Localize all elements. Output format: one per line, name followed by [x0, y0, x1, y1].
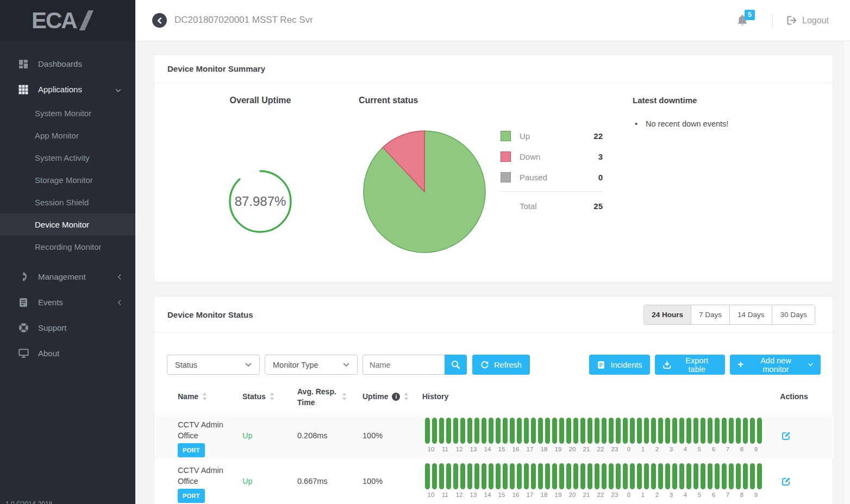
monitor-name-cell[interactable]: CCTV Admin OfficePORT [178, 419, 243, 457]
history-bar-up[interactable] [672, 418, 677, 444]
range-button-30-days[interactable]: 30 Days [772, 305, 815, 324]
history-bar-up[interactable] [658, 418, 663, 444]
history-bar-up[interactable] [693, 418, 698, 444]
history-bar-up[interactable] [743, 463, 748, 489]
history-bar-up[interactable] [474, 418, 479, 444]
history-bar-up[interactable] [439, 463, 444, 489]
column-header-name[interactable]: Name [178, 392, 207, 401]
history-bar-up[interactable] [453, 418, 458, 444]
history-bar-up[interactable] [658, 463, 663, 489]
monitor-name-cell[interactable]: CCTV Admin OfficePORT [178, 465, 243, 503]
history-bar-up[interactable] [630, 418, 635, 444]
history-bar-up[interactable] [538, 463, 543, 489]
sidebar-item-recording-monitor[interactable]: Recording Monitor [0, 236, 135, 258]
history-bar-up[interactable] [609, 463, 614, 489]
history-bar-up[interactable] [651, 463, 656, 489]
history-bar-up[interactable] [616, 418, 621, 444]
history-bar-up[interactable] [580, 463, 585, 489]
sidebar-item-about[interactable]: About [0, 341, 135, 366]
history-bar-up[interactable] [644, 418, 649, 444]
history-bar-up[interactable] [453, 463, 458, 489]
history-bar-up[interactable] [722, 418, 727, 444]
history-bar-up[interactable] [722, 463, 727, 489]
history-bar-up[interactable] [757, 463, 762, 489]
history-bar-up[interactable] [729, 463, 734, 489]
history-bar-up[interactable] [637, 463, 642, 489]
history-bar-up[interactable] [531, 418, 536, 444]
history-bar-up[interactable] [588, 463, 592, 489]
sidebar-item-dashboards[interactable]: Dashboards [0, 51, 135, 77]
history-bar-up[interactable] [446, 418, 451, 444]
history-bar-up[interactable] [665, 418, 670, 444]
history-bar-up[interactable] [644, 463, 649, 489]
history-bar-up[interactable] [715, 463, 720, 489]
history-bar-up[interactable] [552, 418, 557, 444]
export-table-button[interactable]: Export table [655, 355, 725, 375]
add-new-monitor-button[interactable]: + Add new monitor [730, 355, 821, 375]
history-bar-up[interactable] [595, 463, 599, 489]
sidebar-item-session-shield[interactable]: Session Shield [0, 191, 135, 213]
history-bar-up[interactable] [736, 463, 741, 489]
history-bar-up[interactable] [510, 418, 515, 444]
monitor-type-filter-select[interactable]: Monitor Type [265, 355, 358, 375]
history-bar-up[interactable] [693, 463, 698, 489]
back-button[interactable] [152, 13, 167, 28]
history-bar-up[interactable] [503, 463, 508, 489]
history-bar-up[interactable] [467, 463, 472, 489]
history-bar-up[interactable] [701, 463, 705, 489]
history-bar-up[interactable] [602, 463, 607, 489]
history-bar-up[interactable] [531, 463, 536, 489]
sidebar-item-storage-monitor[interactable]: Storage Monitor [0, 169, 135, 191]
history-bar-up[interactable] [559, 418, 564, 444]
history-bar-up[interactable] [588, 418, 592, 444]
history-bar-up[interactable] [489, 463, 493, 489]
history-bar-up[interactable] [425, 418, 430, 444]
history-bar-up[interactable] [679, 418, 684, 444]
range-button-24-hours[interactable]: 24 Hours [644, 305, 691, 324]
range-button-7-days[interactable]: 7 Days [691, 305, 729, 324]
sidebar-item-app-monitor[interactable]: App Monitor [0, 124, 135, 147]
history-bar-up[interactable] [524, 418, 529, 444]
history-bar-up[interactable] [715, 418, 720, 444]
history-bar-up[interactable] [460, 463, 465, 489]
history-bar-up[interactable] [552, 463, 557, 489]
column-header-uptime[interactable]: Uptimei [362, 392, 409, 401]
history-bar-up[interactable] [602, 418, 607, 444]
history-bar-up[interactable] [460, 418, 465, 444]
history-bar-up[interactable] [651, 418, 656, 444]
history-bar-up[interactable] [686, 418, 691, 444]
history-bar-up[interactable] [489, 418, 493, 444]
history-bar-up[interactable] [665, 463, 670, 489]
edit-monitor-button[interactable] [780, 476, 792, 488]
sidebar-item-device-monitor[interactable]: Device Monitor [0, 213, 135, 236]
logout-button[interactable]: Logout [786, 15, 829, 26]
history-bar-up[interactable] [474, 463, 479, 489]
history-bar-up[interactable] [425, 463, 430, 489]
history-bar-up[interactable] [757, 418, 762, 444]
history-bar-up[interactable] [559, 463, 564, 489]
sidebar-item-system-activity[interactable]: System Activity [0, 147, 135, 169]
notifications-button[interactable]: 5 [736, 14, 749, 28]
edit-monitor-button[interactable] [780, 430, 792, 442]
history-bar-up[interactable] [736, 418, 741, 444]
sidebar-item-events[interactable]: Events [0, 289, 135, 315]
name-search-input[interactable] [362, 355, 445, 375]
history-bar-up[interactable] [750, 463, 755, 489]
history-bar-up[interactable] [510, 463, 515, 489]
history-bar-up[interactable] [595, 418, 599, 444]
history-bar-up[interactable] [708, 418, 712, 444]
history-bar-up[interactable] [467, 418, 472, 444]
history-bar-up[interactable] [517, 463, 522, 489]
history-bar-up[interactable] [623, 463, 628, 489]
info-icon[interactable]: i [392, 393, 400, 401]
sidebar-item-applications[interactable]: Applications [0, 77, 135, 102]
history-bar-up[interactable] [446, 463, 451, 489]
history-bar-up[interactable] [743, 418, 748, 444]
history-bar-up[interactable] [580, 418, 585, 444]
history-bar-up[interactable] [482, 418, 486, 444]
history-bar-up[interactable] [701, 418, 705, 444]
history-bar-up[interactable] [524, 463, 529, 489]
history-bar-up[interactable] [496, 418, 501, 444]
sidebar-item-management[interactable]: Management [0, 264, 135, 289]
column-header-status[interactable]: Status [242, 392, 274, 401]
